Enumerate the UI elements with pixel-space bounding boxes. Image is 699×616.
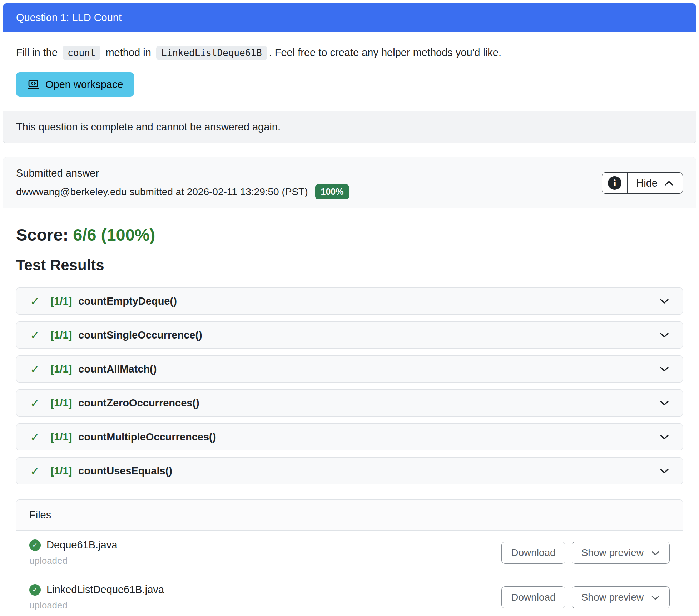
- file-actions: Download Show preview: [501, 586, 670, 608]
- laptop-code-icon: [27, 78, 40, 91]
- chevron-up-icon: [664, 177, 674, 189]
- submitted-answer-title: Submitted answer: [16, 167, 349, 179]
- test-points: [1/1]: [51, 397, 72, 409]
- show-preview-label: Show preview: [581, 547, 644, 558]
- prompt-text-mid: method in: [105, 47, 151, 58]
- submitted-answer-card: Submitted answer dwwwang@berkeley.edu su…: [3, 157, 696, 616]
- test-points: [1/1]: [51, 363, 72, 375]
- check-icon: ✓: [30, 363, 40, 375]
- test-name: countUsesEquals(): [78, 465, 172, 477]
- chevron-down-icon: [659, 298, 670, 304]
- files-card: Files ✓ Deque61B.java uploaded Download: [16, 499, 683, 616]
- file-info: ✓ LinkedListDeque61B.java uploaded: [29, 584, 164, 611]
- check-icon: ✓: [30, 465, 40, 477]
- score-line: Score: 6/6 (100%): [16, 225, 683, 245]
- open-workspace-button[interactable]: Open workspace: [16, 72, 134, 97]
- submission-meta-text: dwwwang@berkeley.edu submitted at 2026-0…: [16, 186, 308, 198]
- file-name-line: ✓ Deque61B.java: [29, 539, 117, 551]
- show-preview-button[interactable]: Show preview: [572, 586, 670, 608]
- download-button[interactable]: Download: [501, 542, 565, 564]
- code-chip-class: LinkedListDeque61B: [156, 46, 267, 60]
- test-row-countAllMatch[interactable]: ✓ [1/1] countAllMatch(): [16, 355, 683, 383]
- test-row-countUsesEquals[interactable]: ✓ [1/1] countUsesEquals(): [16, 457, 683, 484]
- file-uploaded-check-icon: ✓: [29, 584, 41, 596]
- file-name: LinkedListDeque61B.java: [46, 584, 164, 596]
- code-chip-method: count: [63, 46, 100, 60]
- submitted-answer-body: Score: 6/6 (100%) Test Results ✓ [1/1] c…: [3, 208, 696, 616]
- show-preview-button[interactable]: Show preview: [572, 542, 670, 564]
- test-points: [1/1]: [51, 465, 72, 477]
- test-points: [1/1]: [51, 329, 72, 341]
- test-name: countEmptyDeque(): [78, 295, 177, 307]
- file-name: Deque61B.java: [46, 539, 117, 551]
- check-icon: ✓: [30, 397, 40, 409]
- test-name: countSingleOccurrence(): [78, 329, 202, 341]
- file-actions: Download Show preview: [501, 542, 670, 564]
- files-heading: Files: [16, 500, 683, 531]
- check-icon: ✓: [30, 431, 40, 443]
- file-status: uploaded: [29, 555, 117, 566]
- page: Question 1: LLD Count Fill in the count …: [0, 0, 699, 616]
- file-name-line: ✓ LinkedListDeque61B.java: [29, 584, 164, 596]
- question-prompt: Fill in the count method in LinkedListDe…: [16, 45, 683, 60]
- hide-button[interactable]: Hide: [628, 173, 683, 193]
- download-button-label: Download: [511, 592, 556, 603]
- question-title: Question 1: LLD Count: [3, 3, 696, 32]
- submission-meta-line: dwwwang@berkeley.edu submitted at 2026-0…: [16, 184, 349, 199]
- test-row-countEmptyDeque[interactable]: ✓ [1/1] countEmptyDeque(): [16, 287, 683, 315]
- score-value: 6/6 (100%): [73, 225, 155, 244]
- info-button[interactable]: i: [602, 173, 628, 193]
- question-complete-notice: This question is complete and cannot be …: [3, 111, 696, 143]
- file-info: ✓ Deque61B.java uploaded: [29, 539, 117, 566]
- open-workspace-label: Open workspace: [45, 79, 123, 90]
- test-results-heading: Test Results: [16, 257, 683, 274]
- prompt-text-pre: Fill in the: [16, 47, 58, 58]
- submitted-answer-header-left: Submitted answer dwwwang@berkeley.edu su…: [16, 167, 349, 199]
- question-card: Question 1: LLD Count Fill in the count …: [3, 3, 696, 143]
- file-status: uploaded: [29, 600, 164, 611]
- chevron-down-icon: [659, 366, 670, 372]
- chevron-down-icon: [659, 400, 670, 406]
- test-row-countZeroOccurrences[interactable]: ✓ [1/1] countZeroOccurrences(): [16, 389, 683, 417]
- test-row-countMultipleOccurrences[interactable]: ✓ [1/1] countMultipleOccurrences(): [16, 423, 683, 450]
- test-name: countZeroOccurrences(): [78, 397, 199, 409]
- score-label: Score:: [16, 225, 68, 244]
- download-button[interactable]: Download: [501, 586, 565, 608]
- file-row-linkedlistdeque61b: ✓ LinkedListDeque61B.java uploaded Downl…: [16, 575, 683, 616]
- chevron-down-icon: [651, 547, 660, 558]
- score-percent-badge: 100%: [315, 184, 350, 199]
- test-points: [1/1]: [51, 431, 72, 443]
- file-row-deque61b: ✓ Deque61B.java uploaded Download Show p…: [16, 531, 683, 575]
- info-circle-icon: i: [608, 176, 621, 190]
- chevron-down-icon: [659, 332, 670, 338]
- hide-button-label: Hide: [636, 177, 658, 189]
- chevron-down-icon: [651, 592, 660, 603]
- test-name: countMultipleOccurrences(): [78, 431, 216, 443]
- chevron-down-icon: [659, 468, 670, 474]
- check-icon: ✓: [30, 329, 40, 341]
- test-row-countSingleOccurrence[interactable]: ✓ [1/1] countSingleOccurrence(): [16, 321, 683, 349]
- test-points: [1/1]: [51, 295, 72, 307]
- hide-button-group: i Hide: [602, 172, 683, 194]
- question-body: Fill in the count method in LinkedListDe…: [3, 32, 696, 111]
- prompt-text-post: . Feel free to create any helper methods…: [269, 47, 501, 58]
- download-button-label: Download: [511, 547, 556, 558]
- test-name: countAllMatch(): [78, 363, 157, 375]
- chevron-down-icon: [659, 434, 670, 440]
- submitted-answer-header: Submitted answer dwwwang@berkeley.edu su…: [3, 157, 696, 208]
- show-preview-label: Show preview: [581, 592, 644, 603]
- check-icon: ✓: [30, 295, 40, 307]
- file-uploaded-check-icon: ✓: [29, 539, 41, 551]
